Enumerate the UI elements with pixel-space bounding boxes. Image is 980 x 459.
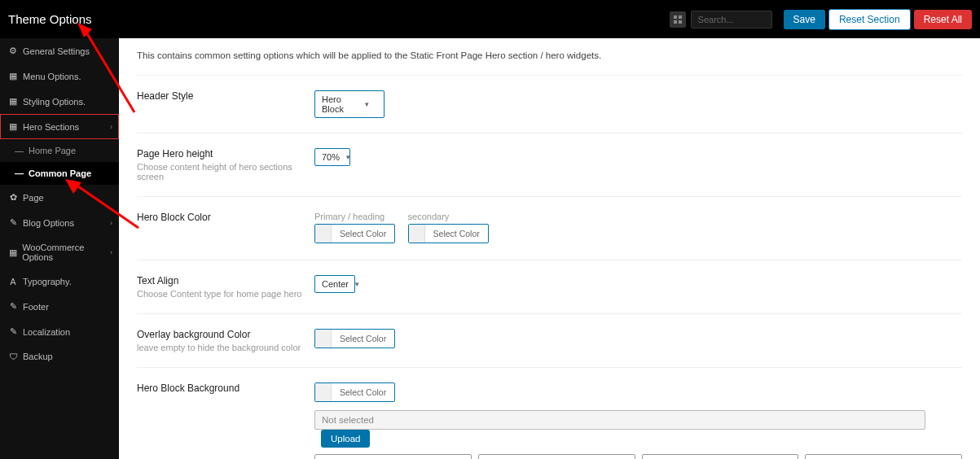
field-control-col: Hero Block ▾ bbox=[314, 90, 962, 118]
bg-color-row: Select Color bbox=[314, 382, 962, 404]
sidebar-item-label: Backup bbox=[23, 352, 53, 361]
primary-color-button[interactable]: Select Color bbox=[314, 224, 395, 243]
color-group-label: Primary / heading bbox=[314, 212, 395, 221]
sidebar-sub-common-page[interactable]: — Common Page bbox=[0, 162, 119, 185]
menu-icon: ▦ bbox=[8, 71, 18, 81]
save-button[interactable]: Save bbox=[784, 10, 825, 29]
field-label: Overlay background Color bbox=[137, 329, 314, 340]
sidebar-item-label: Menu Options. bbox=[23, 72, 81, 81]
search-input[interactable] bbox=[691, 11, 772, 28]
field-label-col: Overlay background Color leave empty to … bbox=[137, 329, 314, 352]
field-text-align: Text Align Choose Content type for home … bbox=[137, 260, 962, 314]
options-grid-icon[interactable] bbox=[670, 11, 686, 28]
localization-icon: ✎ bbox=[8, 326, 18, 337]
sidebar-item-footer[interactable]: ✎ Footer bbox=[0, 294, 119, 319]
select-value: Center bbox=[322, 279, 349, 289]
chevron-right-icon: › bbox=[110, 248, 112, 256]
chevron-right-icon: › bbox=[110, 123, 112, 131]
styling-icon: ▦ bbox=[8, 96, 18, 107]
field-label-col: Text Align Choose Content type for home … bbox=[137, 275, 314, 299]
secondary-color-button[interactable]: Select Color bbox=[408, 224, 489, 243]
sidebar-item-general-settings[interactable]: ⚙ General Settings bbox=[0, 38, 119, 63]
field-control-col: Select Color bbox=[314, 329, 962, 352]
field-label-col: Hero Block Background bbox=[137, 382, 314, 459]
sidebar-item-localization[interactable]: ✎ Localization bbox=[0, 319, 119, 344]
sidebar-item-label: Hero Sections bbox=[23, 122, 79, 132]
field-overlay-bg-color: Overlay background Color leave empty to … bbox=[137, 314, 962, 368]
footer-icon: ✎ bbox=[8, 301, 18, 312]
sidebar-item-label: General Settings bbox=[23, 46, 90, 56]
sidebar-item-label: Typography. bbox=[23, 277, 72, 286]
field-control-col: Center ▾ bbox=[314, 275, 962, 299]
field-control-col: Select Color Upload Background Position … bbox=[314, 382, 962, 459]
color-swatch-icon bbox=[315, 330, 332, 348]
field-header-style: Header Style Hero Block ▾ bbox=[137, 76, 962, 133]
upload-button[interactable]: Upload bbox=[321, 430, 370, 448]
dash-icon: — bbox=[15, 146, 24, 155]
sidebar-item-hero-sections[interactable]: ▦ Hero Sections › bbox=[0, 114, 119, 139]
color-btn-label: Select Color bbox=[332, 384, 394, 400]
sidebar-item-label: Localization bbox=[23, 327, 70, 337]
sidebar: ⚙ General Settings ▦ Menu Options. ▦ Sty… bbox=[0, 38, 119, 459]
field-label-col: Hero Block Color bbox=[137, 212, 314, 245]
chevron-down-icon: ▾ bbox=[346, 153, 350, 161]
color-btn-label: Select Color bbox=[332, 330, 394, 347]
select-value: 70% bbox=[322, 152, 340, 162]
sidebar-item-label: Footer bbox=[23, 302, 49, 312]
sidebar-item-label: Page bbox=[23, 193, 44, 203]
bg-position-select[interactable]: Background Position ▾ bbox=[314, 454, 472, 459]
bg-attachment-select[interactable]: Background Attachment ▾ bbox=[642, 454, 799, 459]
page-title: Theme Options bbox=[8, 12, 92, 26]
color-btn-label: Select Color bbox=[332, 225, 394, 242]
typography-icon: A bbox=[8, 277, 18, 286]
reset-all-button[interactable]: Reset All bbox=[914, 10, 972, 29]
svg-rect-2 bbox=[674, 20, 677, 24]
sidebar-item-styling-options[interactable]: ▦ Styling Options. bbox=[0, 89, 119, 114]
main-layout: ⚙ General Settings ▦ Menu Options. ▦ Sty… bbox=[0, 38, 980, 459]
sidebar-item-menu-options[interactable]: ▦ Menu Options. bbox=[0, 63, 119, 89]
field-desc: leave empty to hide the background color bbox=[137, 343, 314, 352]
svg-rect-0 bbox=[674, 15, 677, 19]
sidebar-item-label: Common Page bbox=[29, 168, 91, 178]
sidebar-item-page[interactable]: ✿ Page bbox=[0, 185, 119, 210]
field-hero-block-color: Hero Block Color Primary / heading Selec… bbox=[137, 197, 962, 260]
sidebar-item-label: Styling Options. bbox=[23, 97, 86, 107]
field-desc: Choose content height of hero sections s… bbox=[137, 162, 314, 181]
backup-icon: 🛡 bbox=[8, 352, 18, 361]
gear-icon: ⚙ bbox=[8, 46, 18, 56]
page-hero-height-select[interactable]: 70% ▾ bbox=[314, 148, 350, 166]
reset-section-button[interactable]: Reset Section bbox=[828, 9, 911, 30]
sidebar-item-woocommerce-options[interactable]: ▦ WooCommerce Options › bbox=[0, 235, 119, 269]
sidebar-item-label: Blog Options bbox=[23, 218, 74, 228]
header-style-select[interactable]: Hero Block ▾ bbox=[314, 90, 385, 118]
sidebar-item-blog-options[interactable]: ✎ Blog Options › bbox=[0, 210, 119, 235]
sidebar-sub-home-page[interactable]: — Home Page bbox=[0, 139, 119, 162]
field-label: Hero Block Background bbox=[137, 382, 314, 394]
chevron-down-icon: ▾ bbox=[355, 280, 359, 288]
select-value: Hero Block bbox=[322, 94, 358, 114]
field-desc: Choose Content type for home page hero bbox=[137, 289, 314, 299]
blog-icon: ✎ bbox=[8, 217, 18, 228]
text-align-select[interactable]: Center ▾ bbox=[314, 275, 355, 293]
field-control-col: Primary / heading Select Color secondary… bbox=[314, 212, 962, 245]
sidebar-item-label: Home Page bbox=[29, 146, 76, 155]
chevron-right-icon: › bbox=[110, 219, 112, 227]
bg-size-select[interactable]: Background Size ▾ bbox=[805, 454, 962, 459]
page-icon: ✿ bbox=[8, 192, 18, 203]
bg-selects-row: Background Position ▾ Background Repeat … bbox=[314, 454, 962, 459]
field-label: Page Hero height bbox=[137, 148, 314, 160]
field-page-hero-height: Page Hero height Choose content height o… bbox=[137, 133, 962, 197]
bg-repeat-select[interactable]: Background Repeat ▾ bbox=[478, 454, 635, 459]
sidebar-item-typography[interactable]: A Typography. bbox=[0, 269, 119, 294]
field-label-col: Page Hero height Choose content height o… bbox=[137, 148, 314, 181]
bg-image-row: Upload bbox=[314, 410, 962, 448]
bg-image-path-input[interactable] bbox=[314, 410, 925, 430]
sidebar-item-backup[interactable]: 🛡 Backup bbox=[0, 344, 119, 369]
field-label: Hero Block Color bbox=[137, 212, 314, 223]
primary-color-group: Primary / heading Select Color bbox=[314, 212, 395, 245]
overlay-color-button[interactable]: Select Color bbox=[314, 329, 395, 348]
field-label-col: Header Style bbox=[137, 90, 314, 118]
bg-color-button[interactable]: Select Color bbox=[314, 382, 395, 402]
color-swatch-icon bbox=[409, 225, 425, 243]
svg-rect-3 bbox=[679, 20, 682, 24]
